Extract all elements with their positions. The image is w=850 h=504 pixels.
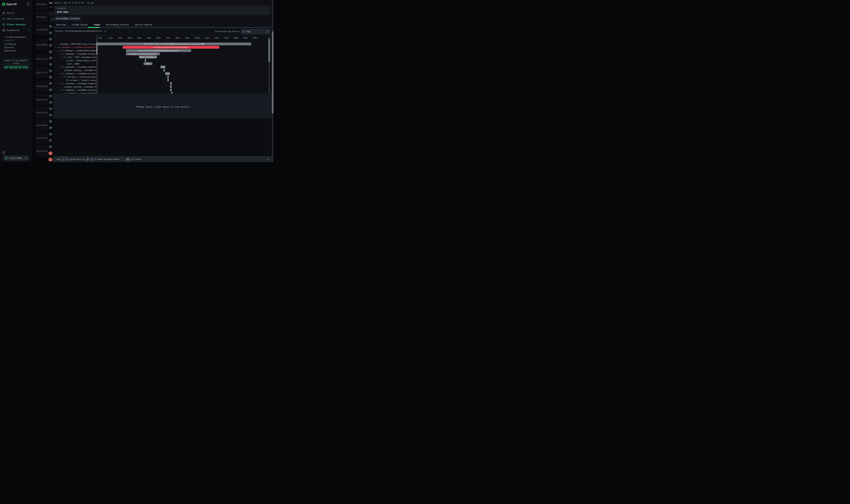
log-source-select[interactable]: Logs <box>241 29 270 34</box>
event-row[interactable] <box>48 61 53 68</box>
close-icon[interactable]: × <box>267 158 269 161</box>
local-mode-menu[interactable]: U Local mode <box>3 156 29 161</box>
chevron-down-icon[interactable] <box>59 89 60 91</box>
event-row[interactable] <box>48 137 53 144</box>
event-row[interactable] <box>48 87 53 93</box>
help-button[interactable]: ? <box>2 151 5 155</box>
service-name-chip[interactable]: ServiceName: frontend <box>55 17 81 20</box>
chevron-down-icon[interactable] <box>61 76 62 78</box>
event-row[interactable] <box>48 93 53 99</box>
preset-item-clickhouse[interactable]: Clickhouse <box>4 43 30 46</box>
chevron-down-icon[interactable] <box>61 56 62 58</box>
chevron-down-icon[interactable] <box>59 73 60 74</box>
tab-trace[interactable]: Trace <box>94 23 100 26</box>
span-tree-row[interactable]: (1)checkout | oteldemo.CurrencySe… <box>54 72 97 75</box>
session-card[interactable]: Kieran92@h <box>35 80 48 92</box>
span-bar[interactable]: ( <box>171 92 173 94</box>
span-tree-row[interactable]: currency | Convert convers… <box>54 78 97 82</box>
span-bar[interactable]: ( <box>167 75 169 78</box>
span-tree-row[interactable]: (1)checkout | oteldemo.CurrencySe… <box>54 88 97 92</box>
span-tree-row[interactable]: (1)currency | Currency/Convert <box>54 92 97 94</box>
sidebar-item-client-sessions[interactable]: Client Sessions <box>0 22 32 28</box>
span-tree-row[interactable]: (2)cart | POST /oteldemo.CartSe… <box>54 55 97 59</box>
event-row[interactable] <box>48 118 53 125</box>
event-row[interactable] <box>48 99 53 106</box>
event-row[interactable] <box>48 144 53 150</box>
session-card[interactable]: Pearl43@ho <box>35 120 48 131</box>
preset-item-kubernetes[interactable]: Kubernetes <box>4 50 30 53</box>
span-tree-row[interactable]: (1)checkout | oteldemo.CartServic… <box>54 52 97 56</box>
event-row[interactable]: >_ <box>48 156 53 162</box>
session-card[interactable]: Jonathan.E <box>35 132 48 144</box>
span-bar[interactable]: ( <box>145 59 146 62</box>
event-row[interactable] <box>48 30 53 36</box>
span-bar[interactable]: HGET <box>144 62 152 65</box>
edit-pencil-icon[interactable] <box>104 30 106 32</box>
span-tree-row[interactable]: cart | HGET <box>54 62 97 66</box>
sidebar-item-dashboards[interactable]: Dashboards <box>0 28 32 33</box>
session-card[interactable]: Ernesto33@ <box>35 107 48 118</box>
chevron-down-icon[interactable] <box>59 53 60 55</box>
span-bar[interactable]: ( <box>167 79 169 82</box>
span-tree-row[interactable]: (1)checkout | oteldemo.ProductCat… <box>54 66 97 69</box>
preset-item-services[interactable]: Services <box>4 46 30 50</box>
tab-surrounding-context[interactable]: Surrounding Context <box>106 23 129 26</box>
sidebar-collapse-icon[interactable] <box>27 3 30 5</box>
page-scrollbar-thumb[interactable] <box>272 31 273 113</box>
span-tree-row[interactable]: cart | GetCartAsync called… <box>54 59 97 62</box>
histogram-button-clipped[interactable]: H <box>50 17 53 21</box>
chevron-down-icon[interactable] <box>59 83 60 84</box>
event-row[interactable] <box>48 74 53 80</box>
chevron-down-icon[interactable] <box>57 50 58 51</box>
span-bar[interactable]: ( <box>170 82 172 85</box>
session-card[interactable]: Shaniya.Sc <box>35 67 48 78</box>
event-row[interactable] <box>48 49 53 55</box>
event-row[interactable] <box>48 106 53 112</box>
span-bar[interactable]: oteldemo.CheckoutService/PlaceOrder <box>123 46 219 49</box>
tab-overview[interactable]: Overview <box>56 23 66 26</box>
session-card[interactable]: Anonymous <box>35 11 48 23</box>
session-card[interactable]: Roderick_S <box>35 53 48 65</box>
session-card[interactable]: Dolly.Lubo <box>35 145 48 157</box>
chevron-down-icon[interactable] <box>61 93 62 94</box>
search-input[interactable]: Sea <box>49 12 53 16</box>
presets-toggle[interactable]: PRESETS <box>2 40 14 41</box>
chevron-down-icon[interactable] <box>59 66 60 68</box>
event-row[interactable] <box>48 23 53 30</box>
session-card[interactable]: Deion37@gm <box>35 24 48 35</box>
event-row[interactable] <box>48 42 53 49</box>
span-tree-row[interactable]: (1)checkout | oteldemo.ProductCat… <box>54 82 97 85</box>
get-started-button[interactable]: Get Started for Free <box>4 65 28 69</box>
span-bar[interactable]: ( <box>170 89 172 91</box>
event-row[interactable] <box>48 125 53 131</box>
event-row[interactable] <box>48 112 53 118</box>
span-bar[interactable]: HTTP POST http://frontend:8080/api/check… <box>97 42 251 46</box>
sidebar-item-chart-explorer[interactable]: Chart Explorer <box>0 16 32 22</box>
sidebar-item-search[interactable]: Search <box>0 10 32 16</box>
session-card[interactable]: Howard.Run <box>35 94 48 105</box>
chevron-down-icon[interactable] <box>55 47 56 48</box>
event-row[interactable] <box>48 55 53 61</box>
create-dashboard-button[interactable]: + Create Dashboard <box>4 36 26 38</box>
tab-session-replay[interactable]: Session Replay <box>135 23 152 26</box>
span-tree-row[interactable]: product-catalog | oteldemo.Prod… <box>54 69 97 72</box>
span-bar[interactable]: prepareOrderItemsAndShippingQuoteFromCar… <box>126 49 191 52</box>
session-card[interactable]: Walton9@ho <box>35 39 48 50</box>
event-row[interactable] <box>48 131 53 137</box>
span-tree-row[interactable]: (1)currency | Currency/Convert <box>54 75 97 79</box>
event-row[interactable] <box>48 80 53 87</box>
tab-column-values[interactable]: Column Values <box>72 23 88 26</box>
event-row[interactable] <box>48 68 53 74</box>
span-bar[interactable]: POST /oteldemo.Cart <box>139 56 157 58</box>
session-card[interactable]: Anonymous <box>35 0 48 10</box>
waterfall-scrollbar-thumb[interactable] <box>268 39 270 62</box>
span-bar[interactable]: oteldemo.CartService/GetCart <box>126 53 160 55</box>
event-row[interactable] <box>48 150 53 156</box>
span-tree-row[interactable]: frontend | HTTP POST http://frontend:… <box>54 42 97 46</box>
span-tree-row[interactable]: (11)checkout | prepareOrderItemsAnd… <box>54 49 97 52</box>
span-bar[interactable]: otel <box>165 72 170 75</box>
span-bar[interactable]: otel <box>160 66 165 68</box>
span-tree-row[interactable]: product-catalog | oteldemo.Prod… <box>54 85 97 88</box>
span-bar[interactable]: ( <box>163 69 165 72</box>
span-bar[interactable]: ( <box>170 85 172 88</box>
